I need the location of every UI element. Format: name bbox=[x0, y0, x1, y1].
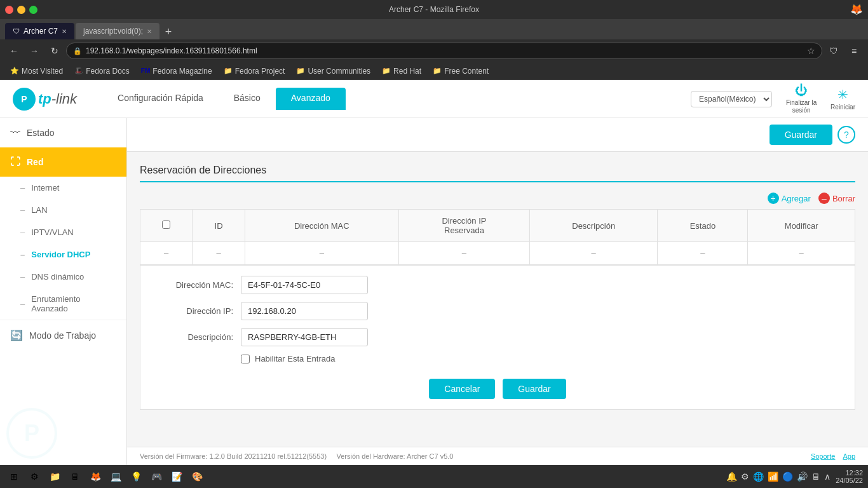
tray-notification-icon[interactable]: 🔔 bbox=[726, 471, 737, 482]
form-save-button[interactable]: Guardar bbox=[503, 379, 566, 399]
tray-settings-icon[interactable]: ⚙ bbox=[741, 471, 749, 482]
ip-input[interactable] bbox=[241, 302, 368, 320]
close-button[interactable] bbox=[5, 6, 13, 14]
table-row: – – – – – – – bbox=[140, 242, 855, 265]
desc-input[interactable] bbox=[241, 328, 368, 346]
bookmark-most-visited[interactable]: ⭐ Most Visited bbox=[5, 65, 68, 77]
tray-volume-icon[interactable]: 🔊 bbox=[797, 471, 808, 482]
maximize-button[interactable] bbox=[29, 6, 37, 14]
cell-desc: – bbox=[530, 242, 658, 265]
bookmark-most-visited-label: Most Visited bbox=[22, 67, 63, 76]
taskbar-game-icon[interactable]: 🎮 bbox=[147, 468, 165, 485]
tab-basico[interactable]: Básico bbox=[219, 88, 276, 110]
col-checkbox bbox=[140, 210, 193, 242]
taskbar-text-icon[interactable]: 📝 bbox=[168, 468, 186, 485]
sidebar-item-dns[interactable]: DNS dinámico bbox=[0, 266, 126, 288]
forward-button[interactable]: → bbox=[25, 42, 43, 60]
back-button[interactable]: ← bbox=[5, 42, 23, 60]
svg-text:P: P bbox=[21, 94, 27, 104]
sidebar-item-servidor-dhcp[interactable]: Servidor DHCP bbox=[0, 243, 126, 266]
cell-estado: – bbox=[658, 242, 748, 265]
router-ui: P tp-link Configuración Rápida Básico Av… bbox=[0, 80, 868, 465]
taskbar-files-icon[interactable]: 📁 bbox=[46, 468, 64, 485]
bookmark-star-icon[interactable]: ☆ bbox=[807, 46, 815, 56]
taskbar-right: 🔔 ⚙ 🌐 📶 🔵 🔊 🖥 ∧ 12:32 24/05/22 bbox=[726, 469, 863, 484]
taskbar-clock: 12:32 24/05/22 bbox=[836, 469, 863, 484]
tab-archer-close[interactable]: ✕ bbox=[62, 28, 67, 35]
col-id: ID bbox=[193, 210, 245, 242]
clock-date: 24/05/22 bbox=[836, 477, 863, 484]
bookmark-free-content[interactable]: 📁 Free Content bbox=[428, 65, 494, 77]
tray-chevron-icon[interactable]: ∧ bbox=[824, 471, 831, 482]
sidebar-item-internet[interactable]: Internet bbox=[0, 177, 126, 199]
app-link[interactable]: App bbox=[843, 452, 855, 460]
desc-label: Descripción: bbox=[151, 332, 233, 342]
taskbar-settings-icon[interactable]: ⚙ bbox=[25, 468, 43, 485]
reload-button[interactable]: ↻ bbox=[46, 42, 64, 60]
reiniciar-action[interactable]: ✳ Reiniciar bbox=[831, 87, 855, 111]
language-selector[interactable]: Español(México) bbox=[691, 91, 772, 107]
bookmark-red-hat[interactable]: 📁 Red Hat bbox=[377, 65, 426, 77]
nav-right: 🛡 ≡ bbox=[825, 42, 863, 60]
soporte-link[interactable]: Soporte bbox=[811, 452, 836, 460]
tab-archer-label: Archer C7 bbox=[24, 27, 58, 36]
sidebar-item-modo-trabajo[interactable]: 🔄 Modo de Trabajo bbox=[0, 320, 126, 350]
menu-button[interactable]: ≡ bbox=[845, 42, 863, 60]
taskbar-paint-icon[interactable]: 🎨 bbox=[188, 468, 206, 485]
cancel-button[interactable]: Cancelar bbox=[429, 379, 495, 399]
mac-label: Dirección MAC: bbox=[151, 280, 233, 290]
iptv-label: IPTV/VLAN bbox=[31, 227, 73, 237]
modo-trabajo-icon: 🔄 bbox=[10, 329, 23, 341]
taskbar-firefox-icon[interactable]: 🦊 bbox=[86, 468, 104, 485]
taskbar-light-icon[interactable]: 💡 bbox=[127, 468, 145, 485]
url-input[interactable] bbox=[86, 46, 803, 55]
sidebar-item-enrutamiento[interactable]: Enrutamiento Avanzado bbox=[0, 288, 126, 320]
new-tab-button[interactable]: + bbox=[161, 24, 176, 39]
taskbar-terminal-icon[interactable]: 🖥 bbox=[66, 468, 84, 485]
help-button[interactable]: ? bbox=[837, 126, 855, 144]
sidebar-item-estado[interactable]: 〰 Estado bbox=[0, 118, 126, 147]
finalizar-action[interactable]: ⏻ Finalizar la sesión bbox=[782, 83, 820, 114]
tab-avanzado[interactable]: Avanzado bbox=[276, 88, 346, 110]
minimize-button[interactable] bbox=[17, 6, 25, 14]
taskbar-grid-icon[interactable]: ⊞ bbox=[5, 468, 23, 485]
shield-nav-icon[interactable]: 🛡 bbox=[825, 42, 843, 60]
main-content: Guardar ? Reservación de Direcciones + A… bbox=[127, 118, 868, 465]
bookmark-free-content-label: Free Content bbox=[444, 67, 489, 76]
tray-bluetooth-icon[interactable]: 🔵 bbox=[782, 471, 793, 482]
action-bar: + Agregar – Borrar bbox=[140, 193, 855, 204]
col-desc: Descripción bbox=[530, 210, 658, 242]
fedora-magazine-icon: FM bbox=[141, 67, 150, 74]
sidebar-item-iptv[interactable]: IPTV/VLAN bbox=[0, 221, 126, 243]
sidebar: 〰 Estado ⛶ Red Internet LAN IPTV/VLAN Se… bbox=[0, 118, 127, 465]
tray-monitor-icon[interactable]: 🖥 bbox=[811, 471, 820, 482]
tab-void-close[interactable]: ✕ bbox=[147, 28, 152, 35]
bookmark-user-communities[interactable]: 📁 User Communities bbox=[291, 65, 376, 77]
estado-icon: 〰 bbox=[10, 127, 20, 139]
tab-archer[interactable]: 🛡 Archer C7 ✕ bbox=[5, 23, 74, 39]
select-all-checkbox[interactable] bbox=[162, 220, 170, 229]
user-communities-icon: 📁 bbox=[296, 67, 305, 75]
taskbar-code-icon[interactable]: 💻 bbox=[107, 468, 125, 485]
address-bar[interactable]: 🔒 ☆ bbox=[66, 43, 822, 59]
sidebar-item-lan[interactable]: LAN bbox=[0, 199, 126, 221]
tab-config-rapida[interactable]: Configuración Rápida bbox=[102, 88, 219, 110]
add-button[interactable]: + Agregar bbox=[768, 193, 811, 204]
bookmark-fedora-project[interactable]: 📁 Fedora Project bbox=[219, 65, 290, 77]
mac-input[interactable] bbox=[241, 276, 368, 294]
content-body: Reservación de Direcciones + Agregar – B… bbox=[127, 152, 868, 447]
sidebar-red-label: Red bbox=[27, 157, 43, 167]
save-button[interactable]: Guardar bbox=[770, 125, 832, 145]
tray-network-icon[interactable]: 🌐 bbox=[753, 471, 764, 482]
bookmark-fedora-magazine[interactable]: FM Fedora Magazine bbox=[136, 65, 217, 77]
col-estado: Estado bbox=[658, 210, 748, 242]
bookmark-fedora-docs[interactable]: 🎩 Fedora Docs bbox=[69, 65, 135, 77]
enable-checkbox[interactable] bbox=[241, 355, 250, 363]
cell-checkbox: – bbox=[140, 242, 193, 265]
tab-void[interactable]: javascript:void(0); ✕ bbox=[76, 23, 159, 39]
sidebar-item-red[interactable]: ⛶ Red bbox=[0, 147, 126, 177]
tray-wifi-icon[interactable]: 📶 bbox=[768, 471, 778, 482]
tray-icons: 🔔 ⚙ 🌐 📶 🔵 🔊 🖥 ∧ bbox=[726, 471, 831, 482]
delete-button[interactable]: – Borrar bbox=[818, 193, 855, 204]
router-footer: Versión del Firmware: 1.2.0 Build 202112… bbox=[127, 447, 868, 465]
